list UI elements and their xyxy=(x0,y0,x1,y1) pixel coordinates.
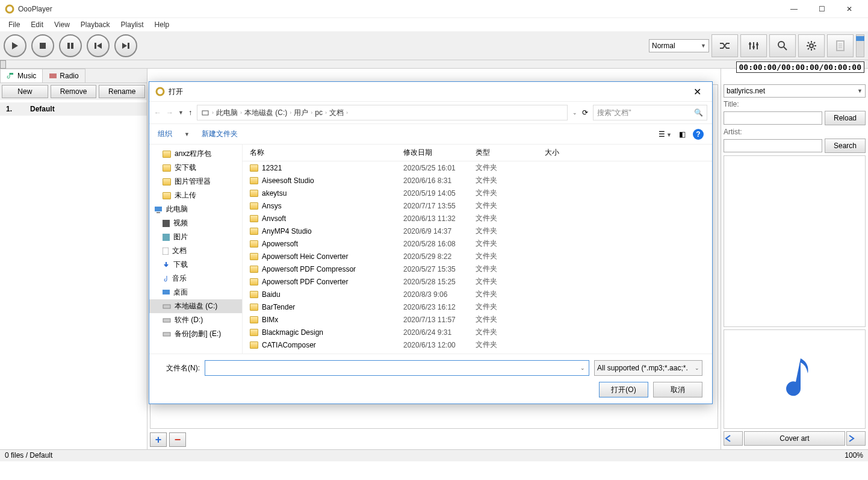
sidebar-item[interactable]: 音乐 xyxy=(149,272,242,285)
filetype-filter[interactable]: All supported (*.mp3;*.aac;*.⌄ xyxy=(594,360,702,376)
svg-rect-2 xyxy=(67,43,70,49)
dialog-close-button[interactable]: ✕ xyxy=(689,84,706,100)
sidebar-item[interactable]: 软件 (D:) xyxy=(149,313,242,327)
search-lyrics-button[interactable]: Search xyxy=(825,139,866,153)
dialog-search-input[interactable]: 搜索"文档"🔍 xyxy=(593,105,707,120)
menu-view[interactable]: View xyxy=(49,19,75,30)
file-row[interactable]: Aiseesoft Studio2020/6/16 8:31文件夹 xyxy=(243,174,712,187)
sidebar-item[interactable]: 未上传 xyxy=(149,189,242,202)
playmode-select[interactable]: Normal▼ xyxy=(649,39,709,52)
crumb-item[interactable]: 文档 xyxy=(329,108,344,118)
open-button[interactable]: 打开(O) xyxy=(599,382,648,397)
crumb-item[interactable]: 此电脑 xyxy=(216,108,238,118)
nav-recent-button[interactable]: ▼ xyxy=(178,110,184,116)
cover-label-button[interactable]: Cover art xyxy=(744,431,845,446)
pause-button[interactable] xyxy=(59,34,82,57)
nav-up-button[interactable]: ↑ xyxy=(188,108,192,117)
nav-fwd-button[interactable]: → xyxy=(166,108,173,117)
crumb-dropdown[interactable]: ⌄ xyxy=(572,110,577,116)
file-row[interactable]: CATIAComposer2020/6/13 12:00文件夹 xyxy=(243,338,712,351)
del-button[interactable]: − xyxy=(169,432,186,447)
sidebar-item[interactable]: 本地磁盘 (C:) xyxy=(149,299,242,313)
stop-button[interactable] xyxy=(31,34,54,57)
equalizer-button[interactable] xyxy=(740,34,767,57)
filename-input[interactable]: ⌄ xyxy=(205,360,589,376)
sidebar-item[interactable]: 文档 xyxy=(149,244,242,258)
sidebar-item[interactable]: 安下载 xyxy=(149,161,242,175)
sidebar-item[interactable]: 此电脑 xyxy=(149,202,242,216)
sidebar-item[interactable]: 图片管理器 xyxy=(149,175,242,189)
file-row[interactable]: Apowersoft2020/5/28 16:08文件夹 xyxy=(243,237,712,250)
tab-music[interactable]: Music xyxy=(0,69,43,83)
next-button[interactable] xyxy=(114,34,137,57)
crumb-item[interactable]: 用户 xyxy=(294,108,308,118)
search-button[interactable] xyxy=(769,34,796,57)
playlist-list[interactable]: 1. Default xyxy=(0,100,147,449)
close-button[interactable]: ✕ xyxy=(835,0,863,18)
sidebar-item[interactable]: 下载 xyxy=(149,258,242,272)
menu-file[interactable]: File xyxy=(4,19,25,30)
new-folder-button[interactable]: 新建文件夹 xyxy=(202,129,238,139)
dialog-sidebar[interactable]: anxz程序包安下载图片管理器未上传此电脑视频图片文档下载音乐桌面本地磁盘 (C… xyxy=(149,145,243,354)
file-row[interactable]: Blackmagic Design2020/6/24 9:31文件夹 xyxy=(243,326,712,338)
app-icon xyxy=(5,4,14,14)
sidebar-item[interactable]: 图片 xyxy=(149,230,242,244)
breadcrumb[interactable]: › 此电脑›本地磁盘 (C:)›用户›pc›文档› xyxy=(197,105,568,120)
file-row[interactable]: Apowersoft Heic Converter2020/5/29 8:22文… xyxy=(243,250,712,263)
file-row[interactable]: Anvsoft2020/6/13 11:32文件夹 xyxy=(243,212,712,225)
cancel-button[interactable]: 取消 xyxy=(653,382,702,397)
file-row[interactable]: Ansys2020/7/17 13:55文件夹 xyxy=(243,199,712,212)
file-row[interactable]: 123212020/5/25 16:01文件夹 xyxy=(243,161,712,174)
maximize-button[interactable]: ☐ xyxy=(808,0,835,18)
sidebar-item[interactable]: 桌面 xyxy=(149,285,242,299)
menu-help[interactable]: Help xyxy=(150,19,175,30)
preview-pane-button[interactable]: ◧ xyxy=(679,130,686,139)
remove-button[interactable]: Remove xyxy=(51,85,97,98)
reload-button[interactable]: Reload xyxy=(825,111,866,125)
menu-edit[interactable]: Edit xyxy=(26,19,48,30)
refresh-button[interactable]: ⟳ xyxy=(582,108,588,117)
crumb-item[interactable]: pc xyxy=(315,108,323,117)
file-row[interactable]: Baidu2020/8/3 9:06文件夹 xyxy=(243,288,712,301)
volume-slider[interactable] xyxy=(856,34,864,57)
file-row[interactable]: BIMx2020/7/13 11:57文件夹 xyxy=(243,313,712,326)
crumb-item[interactable]: 本地磁盘 (C:) xyxy=(244,108,287,118)
cover-next-button[interactable] xyxy=(846,431,866,446)
playlist-item[interactable]: 1. Default xyxy=(0,102,147,116)
toolbar: Normal▼ xyxy=(0,31,868,60)
menu-playlist[interactable]: Playlist xyxy=(116,19,149,30)
menu-playback[interactable]: Playback xyxy=(76,19,115,30)
help-button[interactable]: ? xyxy=(693,129,704,140)
cover-prev-button[interactable] xyxy=(724,431,743,446)
minimize-button[interactable]: — xyxy=(780,0,808,18)
cover-art xyxy=(724,329,866,429)
file-row[interactable]: BarTender2020/6/23 16:12文件夹 xyxy=(243,301,712,313)
file-row[interactable]: akeytsu2020/5/19 14:05文件夹 xyxy=(243,187,712,199)
sidebar-item[interactable]: anxz程序包 xyxy=(149,147,242,161)
new-button[interactable]: New xyxy=(2,85,48,98)
lyrics-source-select[interactable]: batlyrics.net▼ xyxy=(724,84,866,98)
add-button[interactable]: + xyxy=(150,432,167,447)
file-list-header[interactable]: 名称 修改日期 类型 大小 xyxy=(243,145,712,161)
svg-rect-3 xyxy=(71,43,73,49)
nav-back-button[interactable]: ← xyxy=(154,108,161,117)
file-row[interactable]: Apowersoft PDF Compressor2020/5/27 15:35… xyxy=(243,263,712,275)
tab-radio[interactable]: Radio xyxy=(42,69,85,83)
settings-button[interactable] xyxy=(798,34,825,57)
artist-input[interactable] xyxy=(724,139,822,152)
statusbar: 0 files / Default 100% xyxy=(0,449,868,461)
play-button[interactable] xyxy=(4,34,26,57)
view-options-button[interactable]: ☰ ▼ xyxy=(659,130,672,139)
log-button[interactable] xyxy=(827,34,854,57)
prev-button[interactable] xyxy=(87,34,110,57)
title-input[interactable] xyxy=(724,111,822,125)
file-list[interactable]: 123212020/5/25 16:01文件夹Aiseesoft Studio2… xyxy=(243,161,712,351)
organize-button[interactable]: 组织 xyxy=(158,129,172,139)
sidebar-item[interactable]: 视频 xyxy=(149,216,242,230)
shuffle-button[interactable] xyxy=(711,34,738,57)
file-row[interactable]: AnyMP4 Studio2020/6/9 14:37文件夹 xyxy=(243,225,712,237)
file-row[interactable]: Apowersoft PDF Converter2020/5/28 15:25文… xyxy=(243,275,712,288)
sidebar-item[interactable]: 备份[勿删] (E:) xyxy=(149,327,242,341)
rename-button[interactable]: Rename xyxy=(99,85,145,98)
app-icon xyxy=(155,87,165,96)
